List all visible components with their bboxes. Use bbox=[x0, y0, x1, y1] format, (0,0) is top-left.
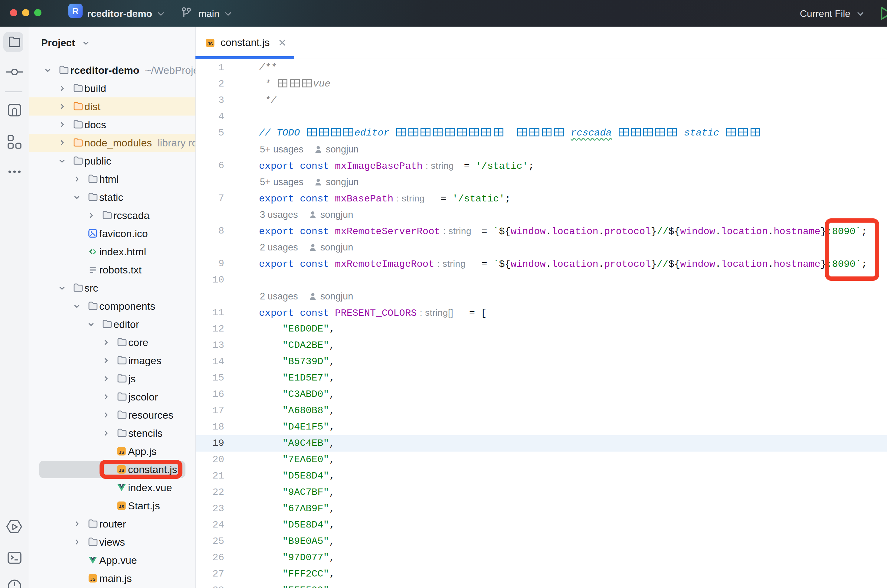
svg-text:R: R bbox=[72, 6, 79, 16]
